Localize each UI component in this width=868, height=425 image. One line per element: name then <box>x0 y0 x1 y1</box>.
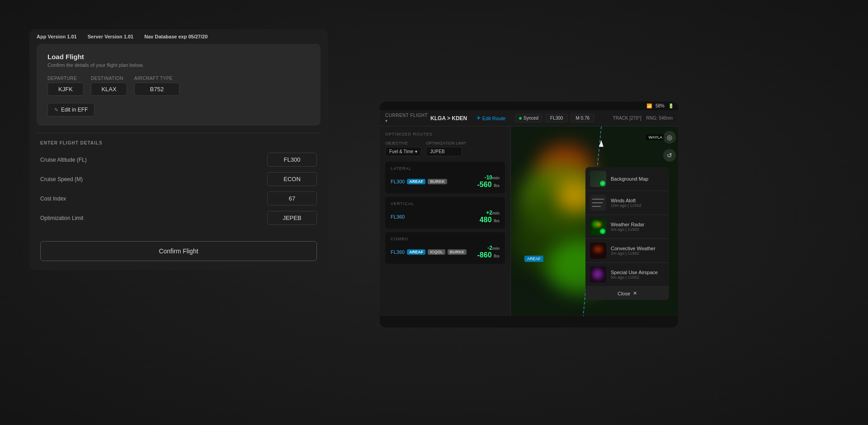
weather-radar-thumb: ✓ <box>590 219 606 235</box>
layer-item-background-map[interactable]: ✓ Background Map <box>585 167 669 191</box>
departure-input[interactable]: KJFK <box>47 83 84 96</box>
layer-item-weather-radar[interactable]: ✓ Weather Radar 2m ago | 1158Z <box>585 215 669 239</box>
edit-route-btn[interactable]: ✈ Edit Route <box>476 115 505 121</box>
background-map-info: Background Map <box>611 176 648 182</box>
mach-pill: M 0.76 <box>571 114 594 122</box>
lateral-card: LATERAL FL300 AREAF BURKK -10min -560 lb… <box>385 162 505 193</box>
status-pills: Synced FL300 M 0.76 <box>515 114 594 122</box>
route-icon: ✈ <box>476 115 481 121</box>
cruise-speed-row: Cruise Speed (M) ECON <box>40 172 317 186</box>
combo-title: COMBO <box>391 237 500 241</box>
close-icon: ✕ <box>633 290 637 296</box>
nav-left: CURRENT FLIGHT ▾ KLGA > KDEN <box>385 113 467 123</box>
cost-index-btn[interactable]: 67 <box>267 191 317 205</box>
vertical-left: FL360 <box>391 214 405 220</box>
vertical-fuel-val: 480 lbs <box>480 216 500 224</box>
convective-weather-info: Convective Weather 2m ago | 1158Z <box>611 246 656 256</box>
vertical-title: VERTICAL <box>391 201 500 206</box>
aircraft-type-input[interactable]: B752 <box>134 83 179 96</box>
current-flight-chevron: ▾ <box>385 118 387 123</box>
layer-item-winds-aloft[interactable]: Winds Aloft 10m ago | 1150Z <box>585 191 669 215</box>
battery-icon: 🔋 <box>668 103 674 108</box>
optimized-routes-title: OPTIMIZED ROUTES <box>385 132 505 136</box>
battery-text: 58% <box>656 103 665 108</box>
special-airspace-info: Special Use Airspace 5m ago | 1155Z <box>611 270 658 280</box>
rotate-btn[interactable]: ↺ <box>663 149 676 162</box>
winds-aloft-thumb <box>590 195 606 211</box>
combo-tag-areaf: AREAF <box>407 249 425 255</box>
optimization-limit-btn[interactable]: JEPEB <box>267 211 317 225</box>
departure-field-group: Departure KJFK <box>47 76 84 96</box>
layer-item-special-airspace[interactable]: Special Use Airspace 5m ago | 1155Z <box>585 263 669 287</box>
combo-left: FL360 AREAF ICQOL BURKK <box>391 249 467 255</box>
convective-weather-name: Convective Weather <box>611 246 656 251</box>
winds-aloft-name: Winds Aloft <box>611 198 642 203</box>
weather-radar-name: Weather Radar <box>611 222 644 227</box>
current-flight-label: CURRENT FLIGHT <box>385 113 428 118</box>
optimization-limit-row: Optimization Limit JEPEB <box>40 211 317 225</box>
lateral-fuel-val: -560 lbs <box>477 181 500 189</box>
weather-radar-check: ✓ <box>600 229 605 234</box>
chevron-down-icon: ▾ <box>385 118 387 123</box>
lateral-tag-burkk: BURKK <box>428 179 447 184</box>
destination-label: Destination <box>91 76 127 81</box>
cruise-altitude-label: Cruise Altitude (FL) <box>40 157 87 163</box>
track-rng: TRACK [270°] RNG: 540nm <box>613 116 673 121</box>
winds-aloft-time: 10m ago | 1150Z <box>611 203 642 208</box>
lateral-left: FL300 AREAF BURKK <box>391 179 447 184</box>
wayla-label: WAYLA <box>646 135 665 140</box>
background-map-check: ✓ <box>600 181 605 186</box>
cruise-altitude-row: Cruise Altitude (FL) FL300 <box>40 153 317 167</box>
combo-fuel-val: -860 lbs <box>477 251 500 259</box>
tablet-status-bar: 📶 58% 🔋 <box>380 102 678 110</box>
layer-item-convective-weather[interactable]: Convective Weather 2m ago | 1158Z <box>585 239 669 263</box>
synced-pill: Synced <box>515 114 542 122</box>
flight-details-section: ENTER FLIGHT DETAILS Cruise Altitude (FL… <box>29 133 328 238</box>
departure-label: Departure <box>47 76 84 81</box>
fl-pill: FL300 <box>545 114 568 122</box>
vertical-row: FL360 +2min 480 lbs <box>391 210 500 224</box>
destination-input[interactable]: KLAX <box>91 83 127 96</box>
areaf-label: AREAF <box>524 256 543 262</box>
load-flight-card: Load Flight Confirm the details of your … <box>37 44 321 126</box>
location-btn[interactable]: ◎ <box>663 131 676 144</box>
edit-eff-button[interactable]: ✎ Edit in EFF <box>47 103 94 117</box>
cruise-speed-btn[interactable]: ECON <box>267 172 317 186</box>
vertical-card: VERTICAL FL360 +2min 480 lbs <box>385 197 505 229</box>
vertical-right: +2min 480 lbs <box>480 210 500 224</box>
cost-index-label: Cost Index <box>40 196 66 202</box>
cost-index-row: Cost Index 67 <box>40 191 317 205</box>
opt-limit-input[interactable]: JUPEB <box>426 147 462 156</box>
cruise-speed-label: Cruise Speed (M) <box>40 176 83 182</box>
pencil-icon: ✎ <box>54 107 58 113</box>
optimization-limit-label: Optimization Limit <box>40 215 83 221</box>
enter-flight-details-title: ENTER FLIGHT DETAILS <box>40 140 317 145</box>
cruise-altitude-btn[interactable]: FL300 <box>267 153 317 167</box>
winds-aloft-info: Winds Aloft 10m ago | 1150Z <box>611 198 642 208</box>
version-bar: App Version 1.01 Server Version 1.01 Nav… <box>29 29 328 44</box>
weather-radar-time: 2m ago | 1158Z <box>611 227 644 232</box>
special-airspace-thumb <box>590 266 606 283</box>
background-map-name: Background Map <box>611 176 648 182</box>
close-layer-btn[interactable]: Close ✕ <box>585 287 669 300</box>
lateral-row: FL300 AREAF BURKK -10min -560 lbs <box>391 174 500 189</box>
lateral-right: -10min -560 lbs <box>477 174 500 189</box>
routes-panel: OPTIMIZED ROUTES Objective Fuel & Time ▾… <box>380 126 511 316</box>
flight-fields: Departure KJFK Destination KLAX Aircraft… <box>47 76 310 96</box>
special-airspace-name: Special Use Airspace <box>611 270 658 275</box>
lateral-title: LATERAL <box>391 166 500 171</box>
nav-bar: CURRENT FLIGHT ▾ KLGA > KDEN ✈ Edit Rout… <box>380 110 678 126</box>
lateral-tag-areaf: AREAF <box>407 179 425 184</box>
server-version-label: Server Version 1.01 <box>88 34 134 39</box>
combo-fl: FL360 <box>391 249 405 255</box>
combo-tag-burkk: BURKK <box>448 249 467 255</box>
route-label: KLGA > KDEN <box>430 115 467 121</box>
confirm-flight-button[interactable]: Confirm Flight <box>40 241 317 261</box>
layer-panel: ✓ Background Map Winds Aloft 10m ago | 1… <box>585 167 669 300</box>
destination-field-group: Destination KLAX <box>91 76 127 96</box>
objective-select[interactable]: Fuel & Time ▾ <box>385 147 421 156</box>
aircraft-type-label: Aircraft Type <box>134 76 179 81</box>
combo-card: COMBO FL360 AREAF ICQOL BURKK -2min -860… <box>385 232 505 264</box>
left-panel: App Version 1.01 Server Version 1.01 Nav… <box>29 29 328 270</box>
combo-row: FL360 AREAF ICQOL BURKK -2min -860 lbs <box>391 245 500 259</box>
